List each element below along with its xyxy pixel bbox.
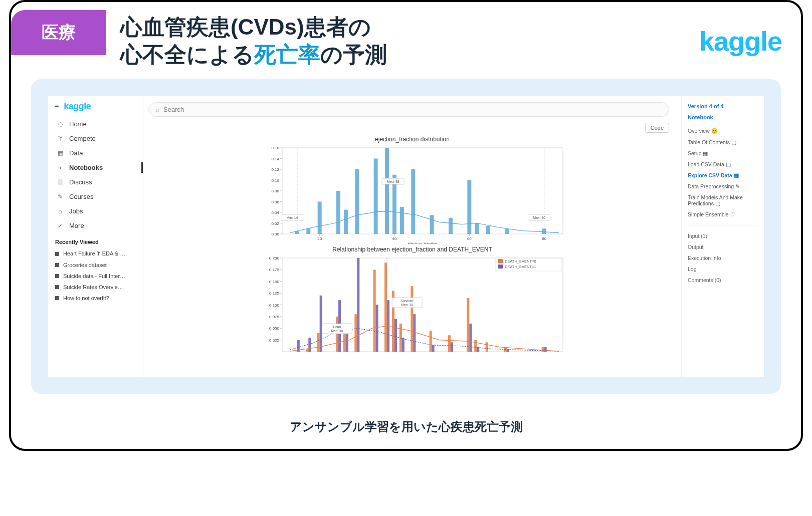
nav-item-courses[interactable]: ✎Courses [54, 189, 139, 204]
nav-label: Compete [69, 135, 96, 142]
slide-header: 医療 心血管疾患(CVDs)患者の 心不全による死亡率の予測 kaggle [11, 2, 801, 73]
nav-item-more[interactable]: ✓More [54, 218, 139, 233]
svg-rect-95 [399, 324, 401, 352]
sidebar-logo[interactable]: kaggle [64, 101, 91, 112]
svg-rect-83 [336, 317, 338, 352]
nav-item-compete[interactable]: 𐌕Compete [54, 131, 139, 146]
svg-rect-74 [498, 265, 503, 269]
svg-rect-105 [474, 340, 477, 352]
nav-label: Home [69, 120, 87, 128]
recently-viewed-item[interactable]: Suicide data - Full Inter… [54, 271, 139, 282]
toc-item[interactable]: Simple Ensemble ♡ [688, 209, 759, 220]
svg-text:Med: 38: Med: 38 [386, 180, 399, 183]
toc-item[interactable]: Table Of Contents ▢ [688, 137, 759, 148]
rail-section-item[interactable]: Log [688, 264, 759, 275]
svg-text:DEATH_EVENT=1: DEATH_EVENT=1 [505, 265, 536, 269]
search-bar[interactable]: ⌕ [148, 102, 669, 117]
chart1-title: ejection_fraction distribution [148, 136, 676, 143]
svg-text:0.100: 0.100 [269, 303, 279, 308]
chart-ejection-vs-death: 0.0250.0500.0750.1000.1250.1500.1750.200… [252, 254, 573, 359]
svg-text:0.200: 0.200 [269, 256, 279, 261]
svg-rect-96 [401, 338, 404, 352]
toc-item[interactable]: Train Models And Make Predictions ▢ [688, 192, 759, 209]
nav-label: Data [69, 149, 83, 157]
title-line2-b: の予測 [320, 42, 387, 67]
nav-item-home[interactable]: ◌Home [54, 117, 139, 131]
recently-viewed-item[interactable]: How to not overfit? [54, 293, 139, 304]
rail-section-item[interactable]: Output [688, 241, 759, 252]
hamburger-icon[interactable]: ≡ [54, 102, 59, 111]
nav-item-jobs[interactable]: ⌂Jobs [54, 204, 139, 218]
rail-section-item[interactable]: Execution Info [688, 252, 759, 264]
svg-rect-104 [469, 324, 472, 352]
toc-item[interactable]: Data Preprocessing ✎ [688, 181, 759, 192]
svg-text:0.08: 0.08 [271, 189, 279, 193]
title-wrap: 心血管疾患(CVDs)患者の 心不全による死亡率の予測 [120, 10, 699, 68]
svg-rect-88 [357, 258, 359, 352]
svg-rect-55 [282, 258, 563, 352]
title-line2-a: 心不全による [120, 42, 254, 67]
svg-text:0.14: 0.14 [271, 157, 279, 161]
svg-rect-38 [411, 169, 415, 234]
recently-viewed-item[interactable]: Groceries dataset [54, 260, 139, 271]
svg-text:0.02: 0.02 [271, 221, 279, 226]
svg-rect-45 [542, 228, 546, 234]
kaggle-logo: kaggle [699, 26, 782, 57]
toc-item[interactable]: Load CSV Data ▢ [688, 159, 759, 170]
category-badge: 医療 [11, 10, 106, 55]
rail-section-item[interactable]: Comments (0) [688, 275, 759, 286]
nav-icon: ◌ [56, 121, 64, 128]
toc-item[interactable]: Explore CSV Data ▦ [688, 170, 759, 181]
svg-rect-98 [413, 314, 416, 352]
svg-text:80: 80 [542, 236, 546, 241]
svg-rect-40 [449, 218, 453, 234]
code-button[interactable]: Code [645, 123, 669, 133]
svg-rect-79 [306, 349, 308, 352]
svg-rect-37 [399, 207, 403, 234]
svg-rect-42 [475, 223, 479, 234]
notebook-label[interactable]: Notebook [688, 114, 759, 120]
svg-rect-34 [373, 159, 377, 234]
svg-text:0.025: 0.025 [269, 338, 279, 343]
svg-rect-107 [485, 342, 488, 352]
sidebar: ≡ kaggle ◌Home𐌕Compete▦Data›Notebooks☰Di… [48, 96, 143, 377]
rail-section-item[interactable]: Input (1) [688, 230, 759, 241]
svg-text:Med: 30: Med: 30 [331, 329, 343, 333]
rv-label: Groceries dataset [63, 262, 107, 268]
search-icon: ⌕ [156, 106, 159, 113]
svg-text:0.150: 0.150 [269, 280, 279, 284]
svg-text:Min: 14: Min: 14 [286, 216, 298, 219]
screenshot-frame: ≡ kaggle ◌Home𐌕Compete▦Data›Notebooks☰Di… [31, 79, 781, 394]
rv-label: How to not overfit? [63, 295, 109, 301]
toc-item[interactable]: Setup ▦ [688, 148, 759, 159]
nav-icon: ▦ [56, 150, 64, 157]
svg-rect-32 [343, 210, 347, 234]
main-area: ⌕ Code ejection_fraction distribution 0.… [143, 96, 681, 377]
recently-viewed-item[interactable]: Suicide Rates Overvie… [54, 282, 139, 293]
svg-text:0.10: 0.10 [271, 178, 279, 183]
rail-separator [688, 225, 759, 225]
svg-rect-103 [467, 298, 469, 352]
svg-rect-0 [282, 148, 563, 234]
svg-text:0.06: 0.06 [271, 200, 279, 204]
search-input[interactable] [163, 106, 662, 113]
nav-item-notebooks[interactable]: ›Notebooks [54, 160, 139, 175]
svg-rect-101 [448, 335, 451, 352]
nav-icon: ✓ [56, 222, 64, 229]
svg-rect-91 [384, 263, 387, 352]
version-label[interactable]: Version 4 of 4 [688, 103, 759, 109]
recently-viewed-item[interactable]: Heart Failure 𐌕 EDA & … [54, 248, 139, 260]
svg-rect-90 [375, 305, 378, 352]
nav-item-discuss[interactable]: ☰Discuss [54, 175, 139, 189]
nav-item-data[interactable]: ▦Data [54, 146, 139, 160]
recently-viewed-header: Recently Viewed [55, 239, 139, 245]
rv-label: Suicide data - Full Inter… [63, 273, 125, 279]
svg-text:0.175: 0.175 [269, 268, 279, 272]
charts-area: ejection_fraction distribution 0.000.020… [143, 134, 681, 359]
toc-item[interactable]: Overview 😊 [688, 125, 759, 137]
svg-rect-43 [486, 226, 490, 234]
svg-rect-97 [411, 286, 413, 352]
svg-rect-87 [354, 314, 357, 352]
svg-rect-30 [317, 202, 321, 234]
svg-rect-89 [373, 270, 375, 352]
